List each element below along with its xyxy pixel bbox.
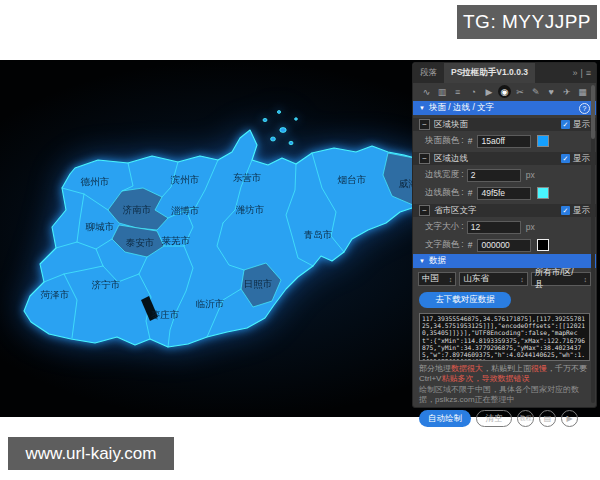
warning-text-segment: 很慢 — [531, 364, 547, 373]
geojson-textarea[interactable]: 117.39355546875,34.576171875],[117.39255… — [419, 313, 590, 361]
block-section-header: − 区域块面 ✓ 显示 — [413, 118, 596, 131]
panel-toolbar: ∿ ▥ ≡ ◔ ▶ ◉ ✂ ✎ ♥ ✈ ▦ — [413, 83, 596, 100]
heart-icon[interactable]: ♥ — [545, 85, 558, 98]
text-section-title: 省市区文字 — [434, 205, 477, 217]
help-icon[interactable]: ? — [579, 103, 590, 114]
province-select-value: 山东省 — [463, 273, 489, 285]
map-city-label: 菏泽市 — [40, 289, 70, 300]
edge-width-row: 边线宽度 : 2 px — [413, 167, 596, 183]
align-list-icon[interactable]: ≡ — [451, 85, 464, 98]
edge-color-hash: # — [468, 188, 473, 198]
map-city-label: 淄博市 — [171, 205, 200, 216]
block-section-title: 区域块面 — [434, 119, 468, 131]
line-chart-icon[interactable]: ∿ — [420, 85, 433, 98]
map-city-label: 济南市 — [123, 204, 152, 215]
text-show-label: 显示 — [573, 205, 590, 217]
collapse-text-icon[interactable]: − — [419, 205, 430, 216]
data-info: 绘制区域不限于中国，具体各个国家对应的数据，pslkzs.com正在整理中 — [419, 385, 590, 404]
styles-header-label: 块面 / 边线 / 文字 — [429, 102, 494, 114]
edge-show-checkbox[interactable]: ✓ — [561, 154, 570, 163]
panel-scrollbar[interactable] — [591, 85, 595, 403]
city-select[interactable]: 所有市/区/县 ↕ — [531, 272, 591, 286]
video-icon[interactable]: ▶ — [561, 410, 578, 427]
tab-plugin[interactable]: PS拉框助手V1.0.0.3 — [444, 63, 535, 83]
map-city-label: 莱芜市 — [161, 235, 191, 246]
map-city-label: 聊城市 — [85, 221, 115, 232]
panel-menu-icon[interactable]: ≡ — [586, 68, 591, 78]
block-color-hash: # — [468, 136, 473, 146]
edge-color-swatch[interactable] — [537, 187, 549, 199]
map-city-label: 东营市 — [233, 172, 262, 183]
text-size-unit: px — [526, 222, 535, 232]
scissors-icon[interactable]: ✂ — [514, 85, 527, 98]
edge-section-header: − 区域边线 ✓ 显示 — [413, 152, 596, 165]
edge-width-unit: px — [526, 170, 535, 180]
map-city-label: 济宁市 — [92, 279, 121, 290]
text-size-row: 文字大小 : 12 px — [413, 219, 596, 235]
tab-paragraph[interactable]: 段落 — [413, 63, 444, 83]
plugin-panel: 段落 PS拉框助手V1.0.0.3 » | ≡ ∿ ▥ ≡ ◔ ▶ ◉ ✂ ✎ … — [412, 62, 597, 408]
text-color-input[interactable]: 000000 — [477, 239, 531, 252]
map-city-label: 枣庄市 — [151, 309, 180, 320]
warning-text-segment: 粘贴多次，导致数据错误 — [441, 374, 529, 383]
edge-width-label: 边线宽度 : — [425, 169, 464, 181]
tutorial-button[interactable]: 教程 — [517, 410, 534, 427]
download-data-button[interactable]: 去下载对应数据 — [419, 292, 511, 308]
warning-text-segment: 数据很大 — [451, 364, 483, 373]
triangle-icon: ▼ — [419, 258, 425, 264]
edge-show-label: 显示 — [573, 153, 590, 165]
country-select-value: 中国 — [422, 273, 439, 285]
country-select[interactable]: 中国 ↕ — [418, 272, 456, 286]
edge-color-label: 边线颜色 : — [425, 187, 464, 199]
region-selects: 中国 ↕ 山东省 ↕ 所有市/区/县 ↕ — [413, 272, 596, 286]
islands — [263, 111, 297, 145]
file-icon[interactable]: ▤ — [539, 410, 556, 427]
block-show-checkbox[interactable]: ✓ — [561, 120, 570, 129]
data-warning: 部分地理数据很大，粘贴到上面很慢，千万不要Ctrl+V粘贴多次，导致数据错误 — [419, 364, 590, 383]
province-select[interactable]: 山东省 ↕ — [459, 272, 528, 286]
cursor-icon[interactable]: ▶ — [482, 85, 495, 98]
page: { "watermark_top": { "text": "TG: MYYJJP… — [0, 0, 600, 480]
panel-tabbar: 段落 PS拉框助手V1.0.0.3 » | ≡ — [413, 63, 596, 83]
block-color-row: 块面颜色 : # 15a0ff — [413, 133, 596, 149]
edge-color-input[interactable]: 49f5fe — [477, 187, 531, 200]
select-arrows-icon: ↕ — [446, 276, 453, 283]
action-buttons: 自动绘制 清空 教程 ▤ ▶ — [419, 410, 590, 427]
url-watermark: www.url-kaiy.com — [8, 437, 174, 470]
map-city-label: 滨州市 — [170, 174, 200, 185]
block-color-input[interactable]: 15a0ff — [477, 135, 531, 148]
grid-icon[interactable]: ▦ — [576, 85, 589, 98]
text-color-swatch[interactable] — [537, 239, 549, 251]
text-section-header: − 省市区文字 ✓ 显示 — [413, 204, 596, 217]
text-color-label: 文字颜色 : — [425, 239, 464, 251]
province-shape[interactable] — [24, 130, 448, 347]
auto-draw-button[interactable]: 自动绘制 — [419, 410, 471, 427]
collapse-block-icon[interactable]: − — [419, 119, 430, 130]
triangle-icon: ▼ — [419, 105, 425, 111]
map-city-label: 德州市 — [80, 176, 110, 187]
map-city-label: 烟台市 — [337, 174, 367, 185]
text-show-checkbox[interactable]: ✓ — [561, 206, 570, 215]
clear-button[interactable]: 清空 — [476, 410, 512, 427]
globe-icon[interactable]: ◉ — [498, 85, 511, 98]
pen-tool-icon[interactable]: ✎ — [529, 85, 542, 98]
map-city-label: 潍坊市 — [236, 204, 265, 215]
block-color-swatch[interactable] — [537, 135, 549, 147]
map-city-label: 日照市 — [244, 278, 273, 290]
map-city-label: 泰安市 — [126, 237, 155, 248]
edge-width-input[interactable]: 2 — [467, 169, 521, 182]
pie-chart-icon[interactable]: ◔ — [467, 85, 480, 98]
plane-icon[interactable]: ✈ — [560, 85, 573, 98]
text-size-input[interactable]: 12 — [467, 221, 521, 234]
select-arrows-icon: ↕ — [581, 276, 588, 283]
collapse-edge-icon[interactable]: − — [419, 153, 430, 164]
section-header-data[interactable]: ▼ 数据 — [413, 254, 596, 268]
select-arrows-icon: ↕ — [517, 276, 524, 283]
section-header-styles[interactable]: ▼ 块面 / 边线 / 文字 ? — [413, 101, 596, 115]
block-show-label: 显示 — [573, 119, 590, 131]
collapse-panel-icon[interactable]: » — [572, 68, 577, 78]
bar-chart-icon[interactable]: ▥ — [436, 85, 449, 98]
city-select-value: 所有市/区/县 — [535, 267, 581, 291]
telegram-watermark: TG: MYYJJPP — [457, 5, 597, 39]
data-header-label: 数据 — [429, 255, 446, 267]
